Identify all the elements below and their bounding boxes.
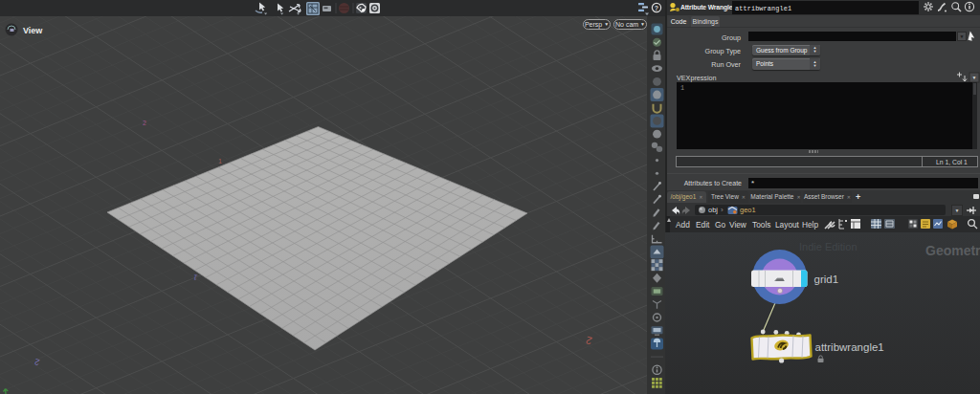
svg-text:?: ? [655,5,658,11]
svg-text:▼: ▼ [972,75,977,80]
svg-text:attribwrangle1: attribwrangle1 [815,341,884,353]
svg-text:1: 1 [218,158,222,164]
svg-text:grid1: grid1 [814,274,839,285]
svg-text:Geometry: Geometry [925,243,980,258]
svg-text:Indie Edition: Indie Edition [799,241,858,252]
svg-text:2: 2 [143,120,146,126]
